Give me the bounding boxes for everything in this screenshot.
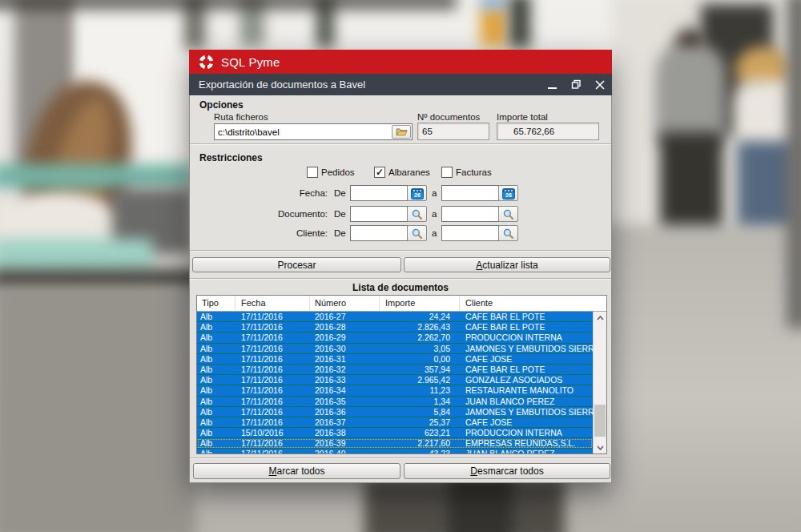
filter-a-input[interactable] xyxy=(441,225,499,241)
bg-sign-top xyxy=(481,0,506,8)
magnifier-button[interactable] xyxy=(407,206,427,222)
ruta-ficheros-input[interactable] xyxy=(214,123,413,140)
table-row[interactable]: Alb17/11/20162016-365,84JAMONES Y EMBUTI… xyxy=(197,407,593,417)
section-divider xyxy=(190,143,611,145)
table-row[interactable]: Alb17/11/20162016-310,00CAFE JOSE xyxy=(197,354,593,365)
ruta-ficheros-field-wrap xyxy=(214,123,413,140)
filter-de-input[interactable] xyxy=(350,185,408,201)
vertical-scrollbar[interactable] xyxy=(593,312,606,453)
filter-a-input[interactable] xyxy=(441,206,499,222)
table-cell: 2016-38 xyxy=(310,428,380,437)
bg-teal-shelf xyxy=(0,164,192,188)
svg-text:26: 26 xyxy=(414,192,421,198)
table-row[interactable]: Alb17/11/20162016-32357,94CAFE BAR EL PO… xyxy=(197,365,593,375)
calendar-icon: 26 xyxy=(411,187,424,200)
num-documentos-label: Nº documentos xyxy=(417,112,480,122)
documento-filter-row: Documento:Dea xyxy=(190,205,518,223)
magnifier-button[interactable] xyxy=(498,225,518,241)
filter-label: Documento: xyxy=(190,209,334,219)
table-row[interactable]: Alb17/11/20162016-3725,37CAFE JOSE xyxy=(197,417,593,428)
procesar-button[interactable]: Procesar xyxy=(192,257,401,272)
column-header-cliente[interactable]: Cliente xyxy=(460,296,606,311)
table-cell: Alb xyxy=(197,438,235,448)
section-divider xyxy=(190,457,611,459)
cliente-filter-row: Cliente:Dea xyxy=(190,224,518,242)
calendar-button[interactable]: 26 xyxy=(407,185,427,201)
desmarcar-todos-button[interactable]: Desmarcar todos xyxy=(404,463,610,479)
table-cell: CAFE JOSE xyxy=(460,417,593,427)
column-header-tipo[interactable]: Tipo xyxy=(197,296,235,311)
calendar-button[interactable]: 26 xyxy=(498,185,518,201)
table-cell: 1,34 xyxy=(380,397,460,406)
checkbox-albaranes[interactable]: ✓Albaranes xyxy=(374,167,430,178)
table-row[interactable]: Alb17/11/20162016-3411,23RESTAURANTE MAN… xyxy=(197,385,593,396)
table-cell: 2016-39 xyxy=(310,438,380,448)
table-cell: 2.826,43 xyxy=(380,322,460,332)
table-row[interactable]: Alb17/11/20162016-332.965,42GONZALEZ ASO… xyxy=(197,375,593,385)
minimize-button[interactable] xyxy=(540,74,564,95)
app-titlebar[interactable]: SQL Pyme xyxy=(189,50,612,74)
minimize-icon xyxy=(548,87,557,89)
checkbox-label: Albaranes xyxy=(388,167,430,177)
table-cell: PRODUCCION INTERNA xyxy=(460,428,593,437)
table-row[interactable]: Alb17/11/20162016-392.217,60EMPRESAS REU… xyxy=(197,438,593,449)
bg-right-column xyxy=(787,0,801,328)
table-row[interactable]: Alb17/11/20162016-292.262,70PRODUCCION I… xyxy=(197,332,593,343)
table-row[interactable]: Alb17/11/20162016-351,34JUAN BLANCO PERE… xyxy=(197,397,593,407)
table-cell: 2016-34 xyxy=(310,385,380,395)
a-label: a xyxy=(432,188,437,198)
column-header-numero[interactable]: Número xyxy=(310,296,380,311)
bg-mullion xyxy=(509,0,530,48)
section-divider xyxy=(190,250,611,252)
app-logo-icon xyxy=(199,54,214,70)
column-header-importe[interactable]: Importe xyxy=(380,296,460,311)
magnifier-button[interactable] xyxy=(407,225,427,241)
magnifier-icon xyxy=(411,208,423,220)
filter-label: Fecha: xyxy=(190,188,334,198)
dialog-titlebar[interactable]: Exportación de documentos a Bavel xyxy=(189,74,612,95)
checkbox-checked-icon[interactable]: ✓ xyxy=(374,167,385,178)
table-row[interactable]: Alb17/11/20162016-282.826,43CAFE BAR EL … xyxy=(197,322,593,332)
browse-folder-button[interactable] xyxy=(392,125,411,139)
checkbox-pedidos[interactable]: Pedidos xyxy=(307,167,355,178)
table-cell: 3,05 xyxy=(380,344,460,353)
magnifier-button[interactable] xyxy=(498,206,518,222)
table-cell: 2.965,42 xyxy=(380,375,460,385)
scroll-down-button[interactable] xyxy=(594,441,606,453)
bg-orange-sign xyxy=(481,6,506,46)
table-row[interactable]: Alb15/10/20162016-38623,21PRODUCCION INT… xyxy=(197,428,593,438)
table-cell: 2016-35 xyxy=(310,397,380,406)
table-cell: EMPRESAS REUNIDAS,S.L. xyxy=(460,438,593,448)
document-table: Tipo Fecha Número Importe Cliente Alb17/… xyxy=(196,295,607,454)
magnifier-icon xyxy=(502,208,514,220)
scroll-up-button[interactable] xyxy=(594,312,606,324)
table-cell: 2.217,60 xyxy=(380,438,460,448)
table-row[interactable]: Alb17/11/20162016-303,05JAMONES Y EMBUTI… xyxy=(197,344,593,354)
table-cell: 2016-27 xyxy=(310,312,380,321)
export-dialog: SQL Pyme Exportación de documentos a Bav… xyxy=(189,50,612,483)
scrollbar-thumb[interactable] xyxy=(594,405,606,437)
column-header-fecha[interactable]: Fecha xyxy=(235,296,310,311)
table-row[interactable]: Alb17/11/20162016-2724,24CAFE BAR EL POT… xyxy=(197,312,593,322)
table-cell: 17/11/2016 xyxy=(235,365,310,374)
importe-total-value: 65.762,66 xyxy=(497,123,599,140)
marcar-todos-button[interactable]: Marcar todos xyxy=(193,463,400,479)
filter-label: Cliente: xyxy=(190,228,334,238)
list-title: Lista de documentos xyxy=(190,282,611,293)
checkbox-unchecked-icon[interactable] xyxy=(307,167,318,178)
checkbox-facturas[interactable]: Facturas xyxy=(441,167,492,178)
table-cell: 2016-40 xyxy=(310,449,380,453)
filter-de-input[interactable] xyxy=(350,206,408,222)
table-row[interactable]: Alb17/11/20162016-4043,23JUAN BLANCO PER… xyxy=(197,449,593,453)
close-button[interactable] xyxy=(588,74,612,95)
checkbox-unchecked-icon[interactable] xyxy=(441,167,453,178)
actualizar-lista-button[interactable]: Actualizar lista xyxy=(404,257,610,272)
table-cell: 2016-37 xyxy=(310,417,380,427)
restore-button[interactable] xyxy=(564,74,588,95)
filter-de-input[interactable] xyxy=(350,225,408,241)
table-cell: 2016-32 xyxy=(310,365,380,374)
opciones-section-label: Opciones xyxy=(199,99,244,111)
filter-a-input[interactable] xyxy=(441,185,499,201)
table-cell: 24,24 xyxy=(380,312,460,321)
table-header[interactable]: Tipo Fecha Número Importe Cliente xyxy=(197,296,606,312)
